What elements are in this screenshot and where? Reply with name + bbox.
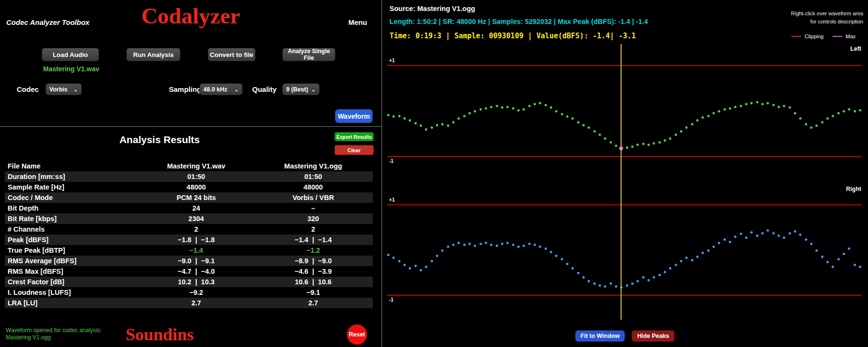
peak-dot xyxy=(420,124,422,127)
peak-dot xyxy=(821,256,823,258)
peak-dot xyxy=(859,109,861,112)
row-value: −1.8 | −1.8 xyxy=(139,236,254,244)
clear-button[interactable]: Clear xyxy=(334,145,374,155)
peak-dot xyxy=(701,116,704,119)
peak-dot xyxy=(675,134,677,136)
peak-dot xyxy=(626,146,628,149)
peak-dot xyxy=(761,232,764,235)
peak-dot xyxy=(723,238,726,241)
peak-dot xyxy=(496,105,498,107)
table-row: RMS Average [dBFS]−9.0 | −9.1−8.9 | −9.0 xyxy=(5,256,373,266)
clipping-legend-label: Clipping xyxy=(804,34,823,39)
right-channel-plot[interactable] xyxy=(387,205,862,295)
peak-dot xyxy=(441,123,444,125)
row-value: Vorbis / VBR xyxy=(254,194,373,201)
analyze-single-file-button[interactable]: Analyze Single File xyxy=(282,48,335,61)
clipping-line xyxy=(387,295,862,296)
column-header: File Name xyxy=(5,162,139,170)
peak-dot xyxy=(582,124,585,126)
peak-dot xyxy=(392,115,395,118)
table-row: True Peak [dBTP]−1.4−1.2 xyxy=(5,245,373,256)
peak-dot xyxy=(810,126,812,129)
peak-dot xyxy=(387,254,389,256)
peak-dot xyxy=(675,264,677,266)
row-label: Bit Depth xyxy=(5,204,139,212)
peak-dot xyxy=(799,117,801,120)
row-value: 2 xyxy=(254,225,373,233)
peak-dot xyxy=(767,229,769,232)
peak-dot xyxy=(506,106,509,108)
row-label: True Peak [dBTP] xyxy=(5,246,139,254)
peak-dot xyxy=(810,243,812,245)
peak-dot xyxy=(545,104,547,106)
row-value: 10.6 | 10.6 xyxy=(254,278,373,286)
run-analysis-button[interactable]: Run Analysis xyxy=(126,48,180,61)
peak-dot xyxy=(729,107,731,110)
peak-dot xyxy=(750,102,753,104)
peak-dot xyxy=(479,108,482,111)
peak-dot xyxy=(750,231,753,234)
peak-dot xyxy=(680,130,682,133)
right-channel-label: Right xyxy=(846,186,861,192)
left-channel-plot[interactable] xyxy=(387,66,862,157)
peak-dot xyxy=(571,267,574,269)
peak-dot xyxy=(740,105,742,107)
quality-select-value: 9 (Best) xyxy=(286,86,308,93)
peak-dot xyxy=(789,232,791,235)
menu-button[interactable]: Menu xyxy=(348,18,367,26)
quality-select[interactable]: 9 (Best) ⌄ xyxy=(282,83,320,95)
peak-dot xyxy=(431,260,433,262)
peak-dot xyxy=(550,251,552,253)
peak-dot xyxy=(534,103,536,105)
clipping-line xyxy=(387,204,862,205)
row-label: RMS Max [dBFS] xyxy=(5,268,139,275)
wave-legend: Clipping Max xyxy=(791,34,856,39)
sampling-select-value: 48.0 kHz xyxy=(203,86,227,93)
peak-dot xyxy=(723,108,726,111)
waveform-panel[interactable]: Source: Mastering V1.ogg Length: 1:50:2 … xyxy=(383,0,868,347)
hide-peaks-button[interactable]: Hide Peaks xyxy=(632,330,675,342)
convert-to-file-button[interactable]: Convert to file xyxy=(208,48,256,61)
peak-dot xyxy=(474,245,476,247)
peak-dot xyxy=(523,108,525,111)
clipping-legend-line-icon xyxy=(791,36,801,37)
peak-dot xyxy=(485,107,487,110)
peak-dot xyxy=(848,247,850,250)
peak-dot xyxy=(441,249,444,252)
fit-to-window-button[interactable]: Fit to Window xyxy=(575,330,625,342)
peak-dot xyxy=(837,258,840,260)
peak-dot xyxy=(420,269,422,271)
table-row: Bit Rate [kbps]2304320 xyxy=(5,213,373,224)
playhead-cursor[interactable] xyxy=(621,44,622,320)
results-table-body: Duration [mm:ss]01:5001:50Sample Rate [H… xyxy=(5,171,373,308)
peak-dot xyxy=(545,247,547,250)
peak-dot xyxy=(680,260,682,262)
peak-dot xyxy=(452,121,455,123)
row-label: I. Loudness [LUFS] xyxy=(5,289,139,296)
reset-button[interactable]: Reset xyxy=(347,325,367,345)
peak-dot xyxy=(658,274,661,276)
row-value: 2.7 xyxy=(139,299,254,307)
peak-dot xyxy=(707,115,710,117)
minus-one-label: -1 xyxy=(389,158,393,164)
peak-dot xyxy=(740,233,742,235)
codec-select[interactable]: Vorbis ⌄ xyxy=(45,83,82,95)
load-audio-button[interactable]: Load Audio xyxy=(42,48,99,61)
peak-dot xyxy=(588,126,590,129)
peak-dot xyxy=(696,256,699,258)
peak-dot xyxy=(832,266,834,268)
plus-one-label: +1 xyxy=(389,197,395,202)
row-value: −4.6 | −3.9 xyxy=(254,268,373,275)
row-value: 320 xyxy=(254,215,373,223)
peak-dot xyxy=(517,246,520,248)
table-row: Peak [dBFS]−1.8 | −1.8−1.4 | −1.4 xyxy=(5,235,373,245)
waveform-button[interactable]: Waveform xyxy=(335,109,373,123)
logo-codalyzer: Codalyzer xyxy=(0,3,381,29)
wave-cursor-readout: Time: 0:19:3 | Sample: 00930109 | Value(… xyxy=(389,32,636,40)
export-results-button[interactable]: Export Results xyxy=(334,132,374,141)
peak-dot xyxy=(783,105,785,107)
row-value: 2304 xyxy=(139,215,254,223)
sampling-select[interactable]: 48.0 kHz ⌄ xyxy=(200,83,243,95)
peak-dot xyxy=(794,112,796,114)
peak-dot xyxy=(631,146,634,148)
